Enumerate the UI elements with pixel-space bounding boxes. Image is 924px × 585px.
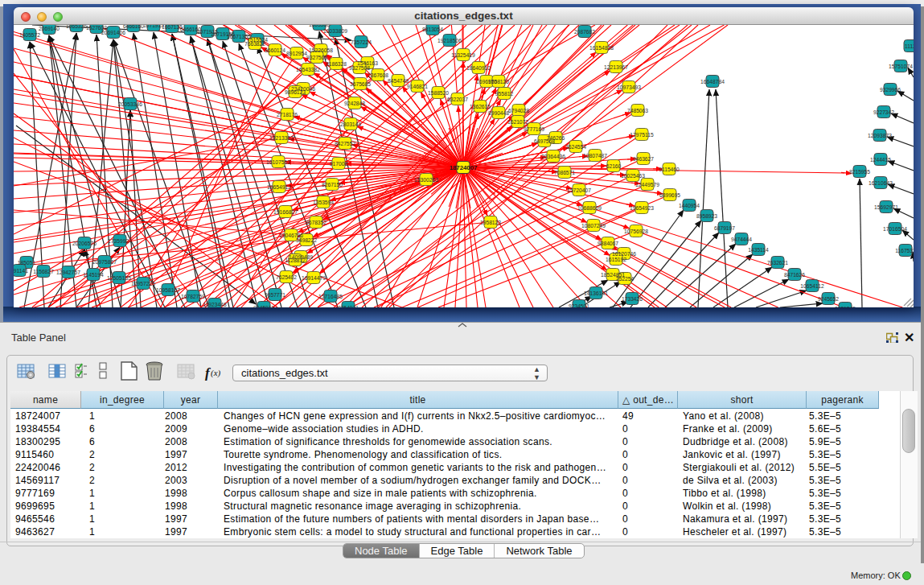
svg-text:1128812: 1128812 xyxy=(285,257,306,263)
svg-text:8813054: 8813054 xyxy=(422,27,443,32)
svg-text:1733426: 1733426 xyxy=(622,296,643,302)
svg-text:18640910: 18640910 xyxy=(466,65,491,71)
svg-text:9777169: 9777169 xyxy=(524,126,544,132)
svg-text:9329966: 9329966 xyxy=(880,87,901,93)
svg-text:185051: 185051 xyxy=(18,260,36,266)
svg-text:3675685: 3675685 xyxy=(350,81,371,87)
svg-text:11325419: 11325419 xyxy=(451,52,475,58)
svg-text:6466160: 6466160 xyxy=(123,25,144,29)
svg-text:9234501: 9234501 xyxy=(569,303,589,308)
svg-text:17957225: 17957225 xyxy=(131,281,155,286)
svg-text:8660124: 8660124 xyxy=(265,47,285,53)
svg-text:7485063: 7485063 xyxy=(627,108,648,113)
svg-text:9474444: 9474444 xyxy=(731,237,752,242)
svg-text:9884067: 9884067 xyxy=(598,241,618,246)
svg-text:10688609: 10688609 xyxy=(577,205,602,211)
svg-text:19654912: 19654912 xyxy=(267,184,291,190)
svg-text:1362615: 1362615 xyxy=(470,104,491,109)
svg-text:15751074: 15751074 xyxy=(889,64,913,69)
svg-text:3624554: 3624554 xyxy=(565,144,586,150)
svg-text:9245011: 9245011 xyxy=(253,305,274,308)
svg-text:1440954: 1440954 xyxy=(679,203,700,208)
svg-text:10756928: 10756928 xyxy=(624,229,648,234)
svg-text:2718176: 2718176 xyxy=(277,112,298,117)
svg-text:8354021: 8354021 xyxy=(338,305,359,308)
svg-text:2367608: 2367608 xyxy=(368,72,388,78)
svg-text:14136141: 14136141 xyxy=(584,290,608,296)
svg-text:2087682: 2087682 xyxy=(574,29,595,35)
svg-text:917008: 917008 xyxy=(330,161,348,167)
svg-text:7357224: 7357224 xyxy=(351,39,372,45)
svg-text:1588520: 1588520 xyxy=(428,90,449,96)
svg-text:62160: 62160 xyxy=(606,163,622,169)
svg-text:9227342: 9227342 xyxy=(873,109,894,115)
svg-text:10807249: 10807249 xyxy=(581,223,606,229)
svg-text:16033809: 16033809 xyxy=(323,28,347,34)
svg-text:9896123: 9896123 xyxy=(285,89,306,95)
svg-text:2803144: 2803144 xyxy=(340,122,361,127)
svg-text:8678352: 8678352 xyxy=(306,220,326,225)
svg-text:18724007: 18724007 xyxy=(450,164,478,171)
svg-text:1065326: 1065326 xyxy=(66,25,87,29)
svg-text:10958107: 10958107 xyxy=(156,287,180,293)
svg-text:1615192: 1615192 xyxy=(606,257,626,262)
svg-text:20206576: 20206576 xyxy=(72,241,97,246)
svg-text:16210643: 16210643 xyxy=(869,180,893,186)
svg-text:8990448: 8990448 xyxy=(488,110,509,116)
svg-text:9031245: 9031245 xyxy=(835,306,856,308)
svg-text:8186328: 8186328 xyxy=(326,61,347,67)
svg-text:(x): (x) xyxy=(211,368,221,378)
svg-text:19218506: 19218506 xyxy=(437,38,462,43)
svg-text:10807487: 10807487 xyxy=(583,153,607,159)
svg-text:16107553: 16107553 xyxy=(266,159,290,165)
svg-text:19166827: 19166827 xyxy=(273,209,298,215)
svg-text:17016504: 17016504 xyxy=(883,226,907,232)
svg-text:15720407: 15720407 xyxy=(567,187,591,193)
svg-text:20053346: 20053346 xyxy=(118,101,142,107)
svg-text:8267150: 8267150 xyxy=(322,182,343,187)
svg-text:12093873: 12093873 xyxy=(868,133,892,138)
svg-text:9242848: 9242848 xyxy=(344,101,365,106)
svg-text:9115460: 9115460 xyxy=(659,167,680,172)
svg-text:1405572: 1405572 xyxy=(19,32,40,38)
svg-text:11923448: 11923448 xyxy=(203,302,227,307)
svg-text:20691406: 20691406 xyxy=(101,30,125,35)
svg-text:8215955: 8215955 xyxy=(849,169,870,175)
svg-text:955812: 955812 xyxy=(495,91,514,97)
svg-text:12942757: 12942757 xyxy=(56,270,80,275)
svg-text:1603380: 1603380 xyxy=(309,25,330,27)
svg-text:391141: 391141 xyxy=(14,268,28,274)
svg-text:16120746: 16120746 xyxy=(612,251,636,257)
svg-text:10025463: 10025463 xyxy=(621,173,645,179)
svg-text:16648784: 16648784 xyxy=(700,79,725,84)
svg-text:9558120: 9558120 xyxy=(488,79,509,84)
svg-text:1145194: 1145194 xyxy=(83,272,104,278)
svg-text:6879197: 6879197 xyxy=(714,225,735,231)
svg-text:15300263: 15300263 xyxy=(414,177,438,183)
svg-text:1435114: 1435114 xyxy=(748,247,769,253)
svg-text:1112: 1112 xyxy=(905,43,914,49)
svg-text:16782759: 16782759 xyxy=(181,294,205,299)
svg-text:746266: 746266 xyxy=(547,135,565,141)
svg-text:12213363: 12213363 xyxy=(269,135,294,141)
svg-text:16914479: 16914479 xyxy=(302,275,326,281)
svg-text:7663822: 7663822 xyxy=(244,41,265,47)
svg-text:9245652: 9245652 xyxy=(818,296,839,302)
svg-text:8958923: 8958923 xyxy=(696,213,717,219)
svg-text:1621072: 1621072 xyxy=(507,119,528,125)
svg-text:6899695: 6899695 xyxy=(659,192,680,198)
svg-text:7086571: 7086571 xyxy=(554,170,575,175)
svg-text:19654923: 19654923 xyxy=(630,205,654,211)
svg-text:8427552: 8427552 xyxy=(335,141,355,146)
svg-text:1244415: 1244415 xyxy=(870,157,891,163)
svg-text:8471626: 8471626 xyxy=(784,272,805,278)
svg-text:17975115: 17975115 xyxy=(630,132,654,138)
svg-text:15692971: 15692971 xyxy=(874,204,898,210)
svg-text:15716485: 15716485 xyxy=(318,294,343,299)
svg-text:16543382: 16543382 xyxy=(296,67,320,72)
svg-text:12449579: 12449579 xyxy=(635,182,659,187)
svg-text:20364436: 20364436 xyxy=(541,154,565,159)
svg-text:1167533: 1167533 xyxy=(895,248,914,253)
svg-text:1353594: 1353594 xyxy=(313,200,334,205)
svg-text:10654112: 10654112 xyxy=(800,283,824,289)
